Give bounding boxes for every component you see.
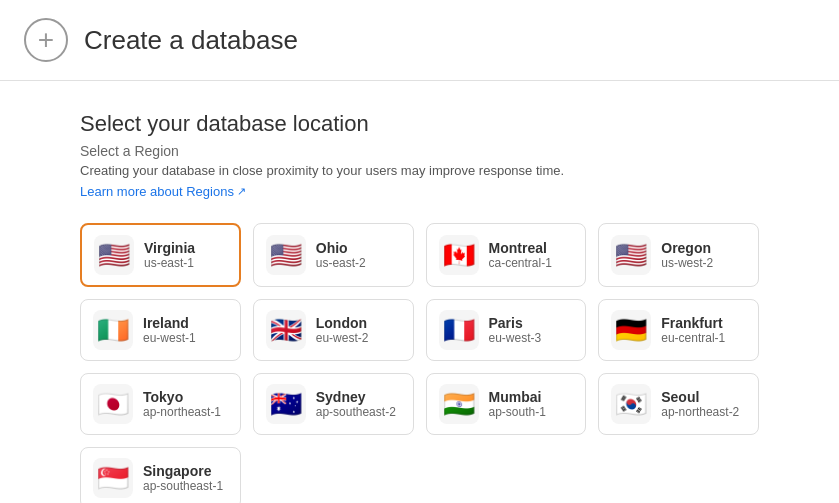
region-name-montreal: Montreal [489,240,552,256]
region-code-london: eu-west-2 [316,331,369,345]
flag-seoul: 🇰🇷 [611,384,651,424]
region-info-ireland: Irelandeu-west-1 [143,315,196,345]
create-database-icon: + [24,18,68,62]
section-title: Select your database location [80,111,759,137]
region-info-tokyo: Tokyoap-northeast-1 [143,389,221,419]
region-info-seoul: Seoulap-northeast-2 [661,389,739,419]
learn-more-link[interactable]: Learn more about Regions ↗︎ [80,184,246,199]
flag-london: 🇬🇧 [266,310,306,350]
region-info-singapore: Singaporeap-southeast-1 [143,463,223,493]
region-code-ohio: us-east-2 [316,256,366,270]
external-link-icon: ↗︎ [237,185,246,198]
region-name-frankfurt: Frankfurt [661,315,725,331]
flag-tokyo: 🇯🇵 [93,384,133,424]
region-card-seoul[interactable]: 🇰🇷Seoulap-northeast-2 [598,373,759,435]
region-code-montreal: ca-central-1 [489,256,552,270]
region-info-montreal: Montrealca-central-1 [489,240,552,270]
region-code-sydney: ap-southeast-2 [316,405,396,419]
region-card-montreal[interactable]: 🇨🇦Montrealca-central-1 [426,223,587,287]
flag-virginia: 🇺🇸 [94,235,134,275]
page-title: Create a database [84,25,298,56]
region-name-mumbai: Mumbai [489,389,546,405]
flag-montreal: 🇨🇦 [439,235,479,275]
content: Select your database location Select a R… [0,81,839,503]
region-info-mumbai: Mumbaiap-south-1 [489,389,546,419]
region-info-frankfurt: Frankfurteu-central-1 [661,315,725,345]
section-desc: Creating your database in close proximit… [80,163,759,178]
region-code-seoul: ap-northeast-2 [661,405,739,419]
flag-ireland: 🇮🇪 [93,310,133,350]
region-card-frankfurt[interactable]: 🇩🇪Frankfurteu-central-1 [598,299,759,361]
region-info-ohio: Ohious-east-2 [316,240,366,270]
region-code-virginia: us-east-1 [144,256,195,270]
section-subtitle: Select a Region [80,143,759,159]
region-card-ireland[interactable]: 🇮🇪Irelandeu-west-1 [80,299,241,361]
region-card-virginia[interactable]: 🇺🇸Virginiaus-east-1 [80,223,241,287]
region-card-oregon[interactable]: 🇺🇸Oregonus-west-2 [598,223,759,287]
region-card-tokyo[interactable]: 🇯🇵Tokyoap-northeast-1 [80,373,241,435]
region-card-london[interactable]: 🇬🇧Londoneu-west-2 [253,299,414,361]
region-name-ohio: Ohio [316,240,366,256]
region-name-london: London [316,315,369,331]
learn-more-text: Learn more about Regions [80,184,234,199]
region-name-oregon: Oregon [661,240,713,256]
region-code-paris: eu-west-3 [489,331,542,345]
region-code-oregon: us-west-2 [661,256,713,270]
region-name-tokyo: Tokyo [143,389,221,405]
flag-frankfurt: 🇩🇪 [611,310,651,350]
flag-sydney: 🇦🇺 [266,384,306,424]
region-info-paris: Pariseu-west-3 [489,315,542,345]
region-name-singapore: Singapore [143,463,223,479]
region-name-paris: Paris [489,315,542,331]
region-card-sydney[interactable]: 🇦🇺Sydneyap-southeast-2 [253,373,414,435]
region-code-mumbai: ap-south-1 [489,405,546,419]
flag-singapore: 🇸🇬 [93,458,133,498]
flag-oregon: 🇺🇸 [611,235,651,275]
region-card-singapore[interactable]: 🇸🇬Singaporeap-southeast-1 [80,447,241,503]
flag-paris: 🇫🇷 [439,310,479,350]
header: + Create a database [0,0,839,81]
region-card-mumbai[interactable]: 🇮🇳Mumbaiap-south-1 [426,373,587,435]
region-code-frankfurt: eu-central-1 [661,331,725,345]
region-info-virginia: Virginiaus-east-1 [144,240,195,270]
region-code-singapore: ap-southeast-1 [143,479,223,493]
region-name-virginia: Virginia [144,240,195,256]
region-info-oregon: Oregonus-west-2 [661,240,713,270]
region-name-seoul: Seoul [661,389,739,405]
region-name-ireland: Ireland [143,315,196,331]
flag-ohio: 🇺🇸 [266,235,306,275]
region-card-paris[interactable]: 🇫🇷Pariseu-west-3 [426,299,587,361]
flag-mumbai: 🇮🇳 [439,384,479,424]
region-code-ireland: eu-west-1 [143,331,196,345]
region-code-tokyo: ap-northeast-1 [143,405,221,419]
region-info-london: Londoneu-west-2 [316,315,369,345]
region-card-ohio[interactable]: 🇺🇸Ohious-east-2 [253,223,414,287]
region-info-sydney: Sydneyap-southeast-2 [316,389,396,419]
regions-grid: 🇺🇸Virginiaus-east-1🇺🇸Ohious-east-2🇨🇦Mont… [80,223,759,503]
region-name-sydney: Sydney [316,389,396,405]
